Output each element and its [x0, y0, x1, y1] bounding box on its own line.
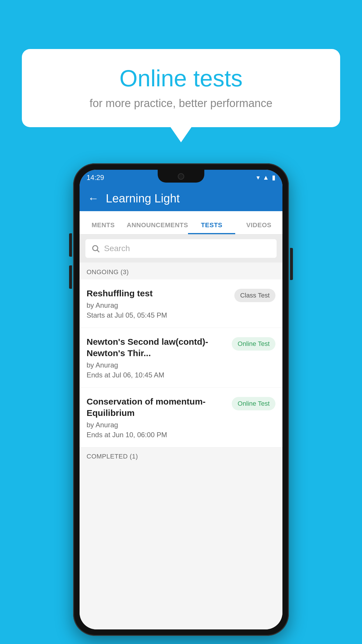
power-button: [290, 248, 293, 280]
phone-shell: 14:29 ▾ ▲ ▮ ← Learning Light MENTS ANNOU…: [73, 163, 289, 636]
test-date-reshuffling: Starts at Jul 05, 05:45 PM: [87, 311, 230, 319]
app-bar-title: Learning Light: [106, 192, 180, 205]
volume-up-button: [69, 233, 72, 257]
speech-bubble: Online tests for more practice, better p…: [22, 49, 340, 127]
test-badge-newtons: Online Test: [232, 337, 275, 351]
phone-screen: 14:29 ▾ ▲ ▮ ← Learning Light MENTS ANNOU…: [80, 170, 282, 629]
test-item-reshuffling[interactable]: Reshuffling test by Anurag Starts at Jul…: [80, 279, 282, 328]
svg-point-0: [93, 246, 98, 251]
app-bar: ← Learning Light: [80, 186, 282, 211]
test-info-reshuffling: Reshuffling test by Anurag Starts at Jul…: [87, 288, 230, 319]
bubble-subtitle: for more practice, better performance: [39, 97, 323, 110]
test-author-conservation: by Anurag: [87, 421, 227, 429]
tab-announcements[interactable]: ANNOUNCEMENTS: [127, 221, 188, 234]
search-icon: [91, 244, 100, 253]
search-bar[interactable]: Search: [85, 239, 277, 258]
phone-mockup: 14:29 ▾ ▲ ▮ ← Learning Light MENTS ANNOU…: [73, 163, 289, 636]
test-item-conservation[interactable]: Conservation of momentum-Equilibrium by …: [80, 388, 282, 447]
test-title-reshuffling: Reshuffling test: [87, 288, 230, 299]
test-info-newtons: Newton's Second law(contd)-Newton's Thir…: [87, 336, 227, 379]
test-date-conservation: Ends at Jun 10, 06:00 PM: [87, 431, 227, 439]
tab-tests[interactable]: TESTS: [188, 221, 235, 234]
test-info-conservation: Conservation of momentum-Equilibrium by …: [87, 396, 227, 439]
test-badge-reshuffling: Class Test: [234, 289, 275, 302]
test-badge-conservation: Online Test: [232, 397, 275, 410]
search-bar-container: Search: [80, 235, 282, 262]
search-placeholder: Search: [104, 244, 130, 253]
test-item-newtons[interactable]: Newton's Second law(contd)-Newton's Thir…: [80, 328, 282, 388]
tabs-bar: MENTS ANNOUNCEMENTS TESTS VIDEOS: [80, 211, 282, 235]
bubble-title: Online tests: [39, 65, 323, 92]
tests-list: ONGOING (3) Reshuffling test by Anurag S…: [80, 263, 282, 629]
wifi-icon: ▾: [256, 174, 260, 181]
test-author-reshuffling: by Anurag: [87, 301, 230, 309]
test-title-conservation: Conservation of momentum-Equilibrium: [87, 396, 227, 419]
signal-icon: ▲: [263, 174, 269, 181]
status-icons: ▾ ▲ ▮: [256, 174, 275, 181]
tab-ments[interactable]: MENTS: [80, 221, 127, 234]
completed-section-header: COMPLETED (1): [80, 447, 282, 464]
ongoing-section-header: ONGOING (3): [80, 263, 282, 279]
back-button[interactable]: ←: [88, 192, 99, 205]
camera-notch: [178, 173, 184, 180]
battery-icon: ▮: [272, 174, 275, 181]
test-date-newtons: Ends at Jul 06, 10:45 AM: [87, 371, 227, 379]
phone-notch: [158, 170, 204, 183]
volume-down-button: [69, 265, 72, 289]
status-time: 14:29: [87, 174, 104, 182]
test-title-newtons: Newton's Second law(contd)-Newton's Thir…: [87, 336, 227, 359]
test-author-newtons: by Anurag: [87, 361, 227, 369]
tab-videos[interactable]: VIDEOS: [235, 221, 282, 234]
svg-line-1: [97, 250, 99, 252]
